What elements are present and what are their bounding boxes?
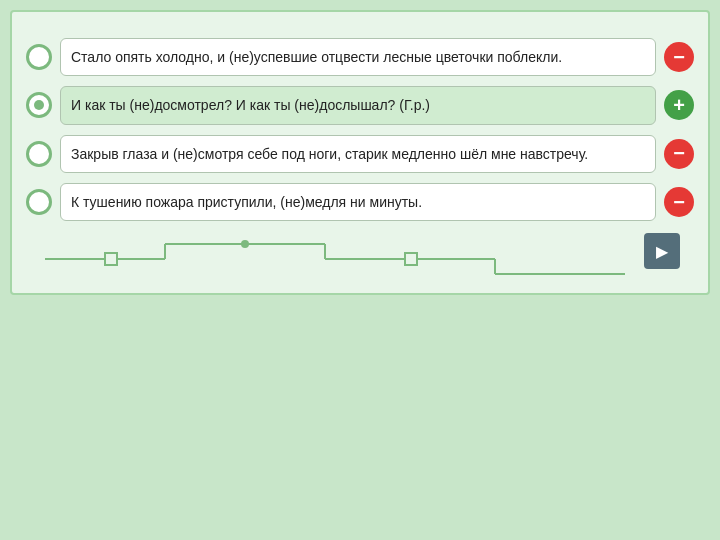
answer-text-3: Закрыв глаза и (не)смотря себе под ноги,… — [60, 135, 656, 173]
answer-text-4: К тушению пожара приступили, (не)медля н… — [60, 183, 656, 221]
badge-2: + — [664, 90, 694, 120]
answer-text-1: Стало опять холодно, и (не)успевшие отцв… — [60, 38, 656, 76]
answer-text-2: И как ты (не)досмотрел? И как ты (не)дос… — [60, 86, 656, 124]
next-button[interactable] — [644, 233, 680, 269]
radio-4[interactable] — [26, 189, 52, 215]
circuit-decoration — [26, 239, 644, 279]
answer-row-4[interactable]: К тушению пожара приступили, (не)медля н… — [26, 183, 694, 221]
answers-list: Стало опять холодно, и (не)успевшие отцв… — [26, 38, 694, 221]
answer-row-2[interactable]: И как ты (не)досмотрел? И как ты (не)дос… — [26, 86, 694, 124]
badge-4: − — [664, 187, 694, 217]
bottom-area — [26, 229, 694, 279]
svg-rect-1 — [105, 253, 117, 265]
badge-1: − — [664, 42, 694, 72]
quiz-container: Стало опять холодно, и (не)успевшие отцв… — [10, 10, 710, 295]
radio-1[interactable] — [26, 44, 52, 70]
radio-2[interactable] — [26, 92, 52, 118]
svg-rect-9 — [405, 253, 417, 265]
answer-row-1[interactable]: Стало опять холодно, и (не)успевшие отцв… — [26, 38, 694, 76]
badge-3: − — [664, 139, 694, 169]
answer-row-3[interactable]: Закрыв глаза и (не)смотря себе под ноги,… — [26, 135, 694, 173]
radio-3[interactable] — [26, 141, 52, 167]
